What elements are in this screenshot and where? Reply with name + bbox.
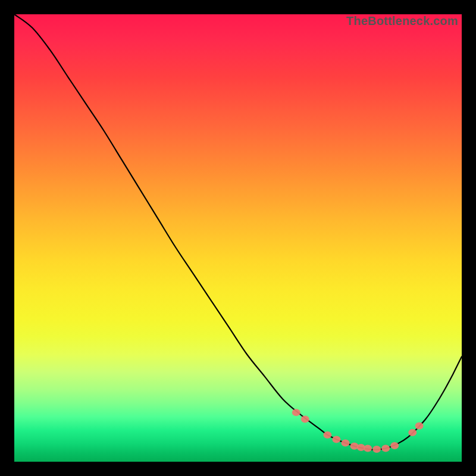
data-dot [292, 409, 300, 416]
data-dot [332, 436, 340, 443]
bottleneck-curve [14, 14, 462, 450]
data-dot [372, 446, 381, 453]
data-dot [381, 444, 390, 452]
data-dot [390, 442, 399, 449]
chart-frame: TheBottleneck.com [0, 0, 476, 476]
data-dot [408, 429, 416, 436]
data-dot [301, 416, 309, 423]
curve-dots [292, 409, 424, 453]
plot-area: TheBottleneck.com [14, 14, 462, 462]
curve-layer [14, 14, 462, 462]
data-dot [323, 431, 331, 439]
data-dot [364, 444, 372, 452]
data-dot [342, 439, 350, 446]
data-dot [415, 422, 424, 430]
